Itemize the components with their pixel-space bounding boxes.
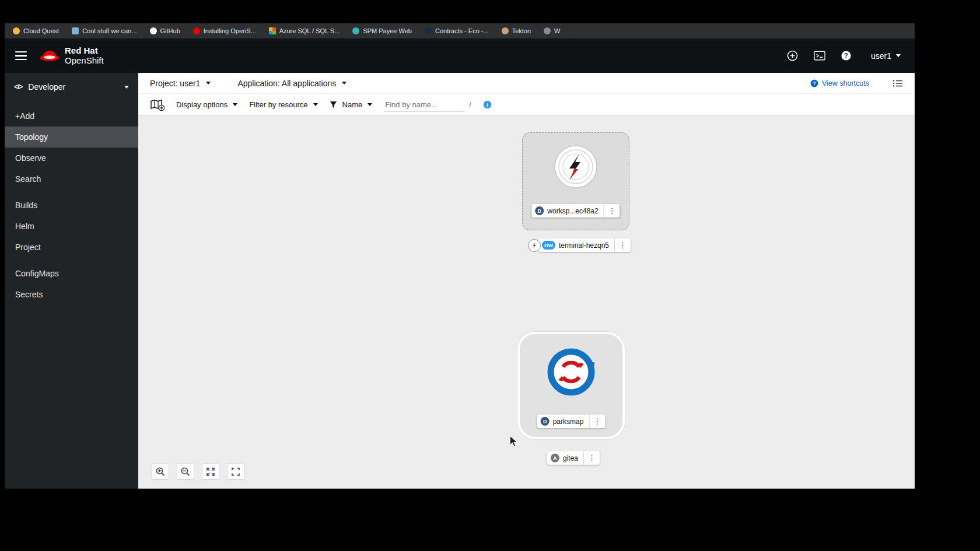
find-by-name-input[interactable] [384,99,464,111]
deployment-badge: D [541,417,550,426]
terminal-node-label[interactable]: DW terminal-hezqn5 ⋮ [538,238,631,252]
main-area: Project: user1 Application: All applicat… [138,73,915,489]
bookmark-label: Contracts - Eco -... [435,27,489,34]
fit-to-screen-button[interactable] [202,464,219,480]
filter-funnel-icon [330,101,337,108]
bookmark-label: Installing OpenS... [204,27,256,34]
sidebar-item-add[interactable]: +Add [5,106,138,127]
browser-screen: Cloud Quest Cool stuff we can... GitHub … [5,23,915,489]
sidebar-item-project[interactable]: Project [5,237,138,258]
svg-text:?: ? [845,52,848,59]
workspace-node-label[interactable]: D worksp...ec48a2 ⋮ [531,204,620,217]
sidebar: </> Developer +Add Topology Observe Sear… [5,73,138,489]
help-icon[interactable]: ? [841,50,852,62]
name-filter-dropdown[interactable]: Name [330,100,373,109]
gitea-name: gitea [563,454,579,462]
grid-favicon [269,27,276,34]
kebab-menu-icon[interactable]: ⋮ [589,415,605,428]
bookmarks-bar: Cloud Quest Cool stuff we can... GitHub … [5,23,915,38]
bookmark-github[interactable]: GitHub [150,27,180,34]
gitea-node-label[interactable]: A gitea ⋮ [547,451,600,465]
sidebar-item-search[interactable]: Search [5,169,138,189]
svg-text:?: ? [813,80,816,86]
user-menu[interactable]: user1 [871,51,901,61]
parksmap-name: parksmap [553,417,585,426]
find-by-name-group: / [384,99,471,111]
terminal-name: terminal-hezqn5 [559,241,610,250]
import-plus-circle-icon[interactable] [787,50,799,62]
bookmark-azure-sql[interactable]: Azure SQL / SQL S... [269,27,340,34]
svg-text:i: i [487,102,488,108]
masthead: Red Hat OpenShift ? user1 [5,38,915,73]
sidebar-item-helm[interactable]: Helm [5,216,138,237]
view-shortcuts-link[interactable]: ? View shortcuts [810,79,869,87]
chevron-down-icon [313,103,318,106]
export-application-map-icon[interactable] [150,99,164,111]
hamburger-menu-icon[interactable] [15,51,27,61]
project-dropdown[interactable]: Project: user1 [150,79,211,88]
nav-divider [5,258,138,263]
devworkspace-bolt-icon[interactable] [554,145,598,189]
bookmark-label: SPM Payee Web [363,27,412,34]
parksmap-app-icon[interactable] [547,348,595,396]
bookmark-label: Azure SQL / SQL S... [279,27,340,34]
filter-by-resource-dropdown[interactable]: Filter by resource [249,100,317,109]
deployment-badge: D [535,206,544,215]
sidebar-item-secrets[interactable]: Secrets [5,284,138,305]
bookmark-contracts[interactable]: Contracts - Eco -... [425,27,489,34]
kebab-menu-icon[interactable]: ⋮ [583,451,600,465]
bookmark-cool-stuff[interactable]: Cool stuff we can... [72,27,136,34]
bookmark-spm-payee[interactable]: SPM Payee Web [352,27,412,34]
zoom-in-button[interactable] [152,464,169,480]
kebab-menu-icon[interactable]: ⋮ [614,238,631,252]
bookmark-cloud-quest[interactable]: Cloud Quest [13,27,59,34]
context-bar: Project: user1 Application: All applicat… [138,73,915,94]
kebab-menu-icon[interactable]: ⋮ [604,204,620,217]
parksmap-node[interactable]: D parksmap ⋮ [517,332,625,439]
application-dropdown-label: Application: All applications [237,79,336,88]
zoom-out-button[interactable] [177,464,194,480]
topology-canvas[interactable]: D worksp...ec48a2 ⋮ DW terminal-hezqn5 ⋮ [138,116,915,489]
sidebar-item-builds[interactable]: Builds [5,195,138,216]
bookmark-tekton[interactable]: Tekton [502,27,531,34]
cloud-quest-favicon [13,27,20,34]
display-options-label: Display options [176,100,228,109]
application-dropdown[interactable]: Application: All applications [237,79,346,88]
bookmark-label: GitHub [160,27,180,34]
perspective-label: Developer [28,82,65,92]
view-shortcuts-label: View shortcuts [822,79,869,87]
workspace-node[interactable]: D worksp...ec48a2 ⋮ [522,132,629,230]
sidebar-item-observe[interactable]: Observe [5,148,138,169]
application-badge: A [551,454,559,462]
bookmark-label: Cloud Quest [23,27,59,34]
redhat-fedora-icon [40,48,60,64]
contracts-favicon [425,27,432,34]
info-icon[interactable]: i [483,100,492,109]
display-options-dropdown[interactable]: Display options [176,100,237,109]
devworkspace-badge: DW [542,241,555,250]
tekton-favicon [502,27,509,34]
brand-line1: Red Hat [65,46,104,56]
fullscreen-button[interactable] [227,464,244,480]
web-terminal-icon[interactable] [814,50,825,62]
monitor-favicon [72,27,79,34]
devworkspace-decorator-icon[interactable] [528,239,541,252]
bookmark-w[interactable]: W [544,27,560,34]
help-circle-icon: ? [810,79,818,87]
username: user1 [871,51,891,61]
mouse-cursor [509,436,519,450]
brand-line2: OpenShift [65,56,104,66]
name-filter-label: Name [342,100,363,109]
perspective-switcher[interactable]: </> Developer [5,73,138,96]
parksmap-node-label[interactable]: D parksmap ⋮ [537,415,606,428]
sidebar-item-topology[interactable]: Topology [5,127,138,148]
bookmark-label: Cool stuff we can... [82,27,136,34]
list-view-icon[interactable] [892,79,903,87]
chevron-down-icon [206,82,211,85]
sidebar-item-configmaps[interactable]: ConfigMaps [5,263,138,284]
terminal-node[interactable]: DW terminal-hezqn5 ⋮ [528,238,631,252]
project-dropdown-label: Project: user1 [150,79,200,88]
zoom-controls [152,464,244,480]
developer-code-icon: </> [14,83,22,91]
bookmark-installing-openshift[interactable]: Installing OpenS... [193,27,256,34]
